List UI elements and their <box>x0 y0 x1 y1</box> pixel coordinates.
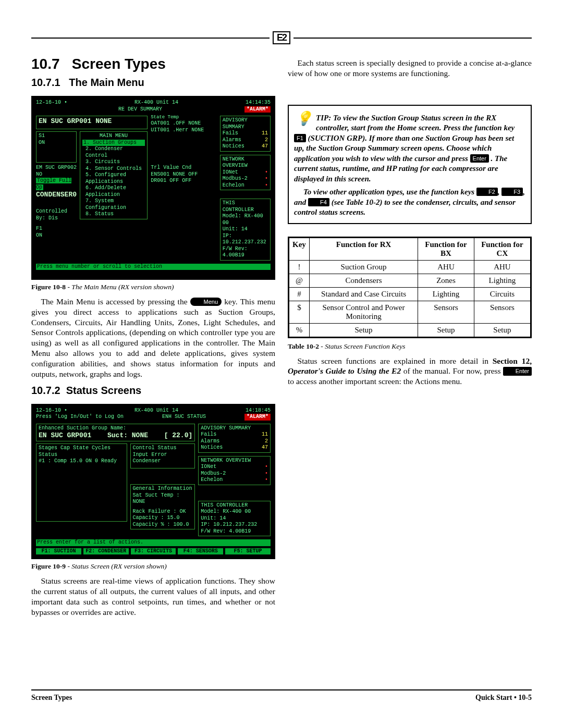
table-cell: Lighting <box>474 274 531 287</box>
menu-item[interactable]: 8. Status <box>82 211 145 218</box>
f4-tab[interactable]: F4: SENSORS <box>178 548 223 555</box>
intro-paragraph: Each status screen is specially designed… <box>288 58 532 79</box>
caption-label: Figure 10-9 <box>31 562 66 570</box>
menu-item[interactable]: 5. Configured Applications <box>82 172 145 185</box>
table-row: @ Condensers Zones Lighting <box>289 274 531 287</box>
ctrl-line: IP: 10.212.237.232 <box>223 233 268 246</box>
ctrl-line: IP: 10.212.237.232 <box>201 522 268 528</box>
table-cell: AHU <box>474 260 531 274</box>
gen-title: General Information <box>133 486 193 492</box>
gen-line: Rack Failure : OK <box>133 509 193 515</box>
f5-tab[interactable]: F5: SETUP <box>225 548 271 555</box>
stage-row: #1 : Comp 15.0 ON 0 Ready <box>39 458 125 465</box>
table-cell: Suction Group <box>309 260 418 274</box>
subsection-title: Status Screens <box>66 385 142 396</box>
ctrl-line: F/W Rev: 4.00B19 <box>201 528 268 535</box>
subsection-title: The Main Menu <box>69 77 144 88</box>
adv-value: 11 <box>262 130 268 137</box>
advisory-title: ADVISORY SUMMARY <box>201 425 268 432</box>
f3-key-icon: F3 <box>501 188 523 196</box>
ctrl-line: Unit: 14 <box>223 226 268 233</box>
text: The Main Menu is accessed by pressing th… <box>41 297 190 306</box>
subsection-heading: 10.7.1 The Main Menu <box>31 77 275 89</box>
gen-line: Capacity % : 100.0 <box>133 522 193 528</box>
f1-key-icon: F1 <box>294 134 306 142</box>
uit-line: OAT001 .OFF NONE <box>151 120 217 127</box>
table-row: # Standard and Case Circuits Lighting Ci… <box>289 287 531 301</box>
table-cell: Sensors <box>418 301 474 323</box>
footer-left: Screen Types <box>31 694 72 702</box>
suct-label: Suct: NONE <box>107 431 148 440</box>
lightbulb-icon: 💡 <box>294 110 314 128</box>
f1-tab[interactable]: F1: SUCTION <box>36 548 81 555</box>
term-subtitle: RE DEV SUMMARY <box>118 106 162 113</box>
rule-line <box>293 38 532 39</box>
function-keys-table: Key Function for RX Function for BX Func… <box>288 237 532 338</box>
caption-label: Table 10-2 <box>288 342 319 350</box>
caption-desc: - The Main Menu (RX version shown) <box>66 283 174 291</box>
menu-item[interactable]: 7. System Configuration <box>82 198 145 211</box>
ctrl-line: Model: RX-400 00 <box>223 213 268 226</box>
menu-item[interactable]: 2. Condenser Control <box>82 146 145 159</box>
ctrl-status-line: Condenser <box>133 458 193 465</box>
table-header: Function for RX <box>309 237 418 260</box>
text: Status screen functions are explained in… <box>298 356 493 365</box>
table-cell: Setup <box>418 323 474 337</box>
suct-value: [ 22.0] <box>164 431 193 440</box>
login-hint: Press 'Log In/Out' to Log On <box>36 414 124 421</box>
uit-line: UIT001 .Herr NONE <box>151 127 217 134</box>
tbl-hdr: Trl Value Cnd <box>151 165 217 171</box>
section-ref: Section 12, <box>493 356 532 365</box>
text: to access another important screen: the … <box>288 377 462 386</box>
table-cell: Setup <box>309 323 418 337</box>
adv-label: Fails <box>223 130 238 137</box>
table-cell: Zones <box>418 274 474 287</box>
alarm-badge: *ALARM* <box>244 414 271 421</box>
status-dot-icon: • <box>265 464 268 471</box>
status-dot-icon: • <box>265 471 268 477</box>
ctrl-title: THIS CONTROLLER <box>223 200 268 213</box>
caption-desc: - Status Screen Function Keys <box>319 342 406 350</box>
term-subtitle: ENH SUC STATUS <box>162 414 206 421</box>
term-time: 14:14:35 <box>246 100 271 106</box>
ctrl-line: F/W Rev: 4.00B19 <box>223 246 268 259</box>
figure-10-9-caption: Figure 10-9 - Status Screen (RX version … <box>31 562 275 571</box>
s1-label: S1 <box>39 133 45 139</box>
table-cell: @ <box>289 274 310 287</box>
rule-line <box>31 38 270 39</box>
figure-10-8-screenshot: 12-16-10 • RX-400 Unit 14 14:14:35 RE DE… <box>31 96 275 280</box>
table-cell: Sensor Control and Power Monitoring <box>309 301 418 323</box>
tip-text: , <box>498 188 502 196</box>
menu-item[interactable]: 3. Circuits <box>82 159 145 166</box>
table-cell: % <box>289 323 310 337</box>
f2-tab[interactable]: F2: CONDENSER <box>83 548 129 555</box>
footer-right: Quick Start • 10-5 <box>475 694 532 702</box>
menu-item[interactable]: 6. Add/Delete Application <box>82 185 145 198</box>
adv-value: 47 <box>262 143 268 150</box>
f3-tab[interactable]: F3: CIRCUITS <box>131 548 176 555</box>
adv-value: 47 <box>262 445 268 451</box>
net-title: NETWORK OVERVIEW <box>223 156 268 169</box>
section-heading: 10.7 Screen Types <box>31 56 275 72</box>
term-unit: RX-400 Unit 14 <box>134 100 178 106</box>
subsection-number: 10.7.1 <box>31 77 60 88</box>
main-menu-paragraph: The Main Menu is accessed by pressing th… <box>31 297 275 379</box>
adv-value: 11 <box>262 431 268 438</box>
table-cell: AHU <box>418 260 474 274</box>
advisory-title: ADVISORY SUMMARY <box>223 117 268 130</box>
net-title: NETWORK OVERVIEW <box>201 458 268 464</box>
subsection-heading: 10.7.2 Status Screens <box>31 385 275 397</box>
text: of the manual. For now, press <box>401 366 503 375</box>
enter-key-icon: Enter <box>503 367 532 375</box>
page-footer: Screen Types Quick Start • 10-5 <box>31 689 532 702</box>
ctrl-line: Unit: 14 <box>201 515 268 522</box>
menu-item[interactable]: 4. Sensor Controls <box>82 166 145 172</box>
ctrl-title: THIS CONTROLLER <box>201 502 268 509</box>
stage-header: Stages Cap State Cycles Status <box>39 445 125 458</box>
table-cell: Circuits <box>474 287 531 301</box>
menu-item[interactable]: 1. Suction Groups <box>82 140 145 146</box>
side-text: CONDENSER0 <box>36 191 77 199</box>
status-screens-paragraph: Status screens are real-time views of ap… <box>31 576 275 617</box>
function-key-bar: F1: SUCTION F2: CONDENSER F3: CIRCUITS F… <box>36 548 271 555</box>
state-temp: State Temp <box>151 115 179 120</box>
